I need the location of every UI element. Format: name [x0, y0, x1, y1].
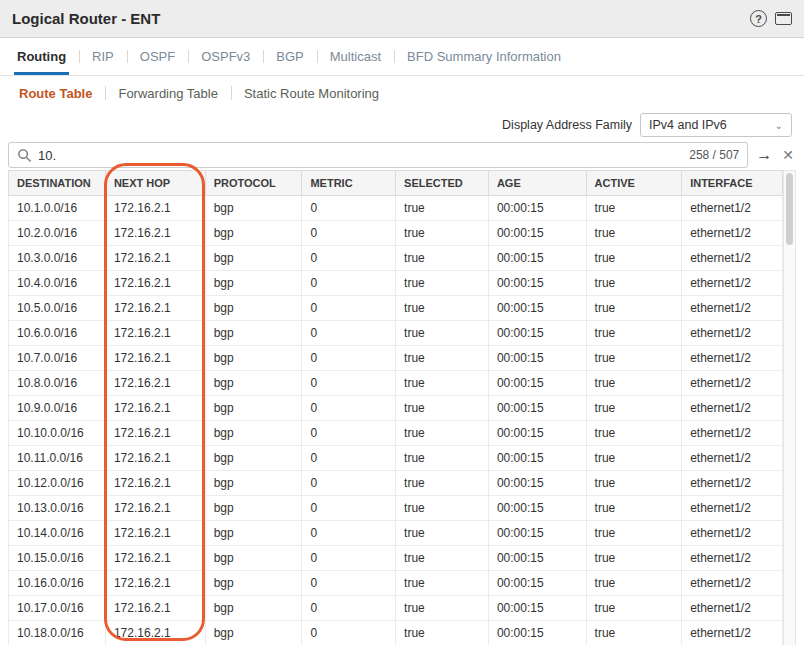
tab-ospfv3[interactable]: OSPFv3: [188, 38, 263, 75]
address-family-select[interactable]: IPv4 and IPv6 ⌄: [640, 113, 792, 137]
table-cell: ethernet1/2: [682, 421, 783, 446]
table-row[interactable]: 10.15.0.0/16172.16.2.1bgp0true00:00:15tr…: [9, 546, 783, 571]
table-cell: 0: [302, 321, 396, 346]
table-cell: 00:00:15: [488, 571, 586, 596]
address-family-value: IPv4 and IPv6: [649, 118, 727, 132]
table-row[interactable]: 10.13.0.0/16172.16.2.1bgp0true00:00:15tr…: [9, 496, 783, 521]
table-cell: 0: [302, 421, 396, 446]
column-header[interactable]: INTERFACE: [682, 171, 783, 196]
table-cell: 10.11.0.0/16: [9, 446, 106, 471]
table-row[interactable]: 10.16.0.0/16172.16.2.1bgp0true00:00:15tr…: [9, 571, 783, 596]
table-cell: true: [396, 296, 489, 321]
table-cell: ethernet1/2: [682, 496, 783, 521]
column-header[interactable]: ACTIVE: [586, 171, 682, 196]
dialog-titlebar: Logical Router - ENT ?: [0, 0, 804, 38]
table-cell: true: [586, 371, 682, 396]
table-cell: 10.7.0.0/16: [9, 346, 106, 371]
table-cell: 10.8.0.0/16: [9, 371, 106, 396]
table-cell: 172.16.2.1: [105, 471, 205, 496]
window-dock-icon[interactable]: [775, 12, 792, 25]
table-cell: ethernet1/2: [682, 396, 783, 421]
table-row[interactable]: 10.6.0.0/16172.16.2.1bgp0true00:00:15tru…: [9, 321, 783, 346]
table-cell: 00:00:15: [488, 546, 586, 571]
table-cell: bgp: [205, 471, 302, 496]
table-row[interactable]: 10.9.0.0/16172.16.2.1bgp0true00:00:15tru…: [9, 396, 783, 421]
table-cell: ethernet1/2: [682, 346, 783, 371]
subtab-static-route-monitoring[interactable]: Static Route Monitoring: [231, 76, 392, 110]
tab-rip[interactable]: RIP: [79, 38, 127, 75]
table-cell: true: [586, 546, 682, 571]
table-cell: bgp: [205, 321, 302, 346]
vertical-scrollbar[interactable]: [783, 170, 796, 645]
table-row[interactable]: 10.14.0.0/16172.16.2.1bgp0true00:00:15tr…: [9, 521, 783, 546]
search-clear-icon[interactable]: ✕: [780, 147, 796, 163]
table-cell: 172.16.2.1: [105, 571, 205, 596]
table-cell: true: [396, 621, 489, 645]
table-cell: bgp: [205, 371, 302, 396]
table-row[interactable]: 10.11.0.0/16172.16.2.1bgp0true00:00:15tr…: [9, 446, 783, 471]
table-row[interactable]: 10.7.0.0/16172.16.2.1bgp0true00:00:15tru…: [9, 346, 783, 371]
help-icon[interactable]: ?: [750, 10, 767, 27]
table-cell: ethernet1/2: [682, 246, 783, 271]
subtab-forwarding-table[interactable]: Forwarding Table: [105, 76, 230, 110]
table-cell: true: [586, 346, 682, 371]
table-row[interactable]: 10.4.0.0/16172.16.2.1bgp0true00:00:15tru…: [9, 271, 783, 296]
table-cell: bgp: [205, 271, 302, 296]
table-cell: bgp: [205, 421, 302, 446]
column-header[interactable]: DESTINATION: [9, 171, 106, 196]
search-input[interactable]: 10. 258 / 507: [8, 142, 748, 168]
column-header[interactable]: SELECTED: [396, 171, 489, 196]
search-row: 10. 258 / 507 → ✕: [8, 142, 796, 168]
column-header[interactable]: METRIC: [302, 171, 396, 196]
tab-multicast[interactable]: Multicast: [317, 38, 394, 75]
scrollbar-thumb[interactable]: [786, 173, 793, 245]
table-row[interactable]: 10.12.0.0/16172.16.2.1bgp0true00:00:15tr…: [9, 471, 783, 496]
table-cell: true: [586, 321, 682, 346]
tab-bgp[interactable]: BGP: [263, 38, 316, 75]
table-cell: true: [586, 571, 682, 596]
column-header[interactable]: PROTOCOL: [205, 171, 302, 196]
table-cell: 0: [302, 496, 396, 521]
table-cell: 0: [302, 571, 396, 596]
column-header[interactable]: NEXT HOP: [105, 171, 205, 196]
table-cell: bgp: [205, 221, 302, 246]
tab-routing[interactable]: Routing: [4, 38, 79, 75]
table-cell: 00:00:15: [488, 271, 586, 296]
table-cell: ethernet1/2: [682, 446, 783, 471]
search-submit-arrow-icon[interactable]: →: [754, 146, 774, 164]
table-row[interactable]: 10.2.0.0/16172.16.2.1bgp0true00:00:15tru…: [9, 221, 783, 246]
table-row[interactable]: 10.3.0.0/16172.16.2.1bgp0true00:00:15tru…: [9, 246, 783, 271]
subtab-route-table[interactable]: Route Table: [6, 76, 105, 110]
table-cell: 00:00:15: [488, 296, 586, 321]
table-cell: 10.13.0.0/16: [9, 496, 106, 521]
table-row[interactable]: 10.18.0.0/16172.16.2.1bgp0true00:00:15tr…: [9, 621, 783, 645]
table-cell: 172.16.2.1: [105, 521, 205, 546]
table-cell: 0: [302, 521, 396, 546]
search-result-count: 258 / 507: [689, 148, 739, 162]
table-row[interactable]: 10.17.0.0/16172.16.2.1bgp0true00:00:15tr…: [9, 596, 783, 621]
table-row[interactable]: 10.5.0.0/16172.16.2.1bgp0true00:00:15tru…: [9, 296, 783, 321]
tab-ospf[interactable]: OSPF: [127, 38, 188, 75]
table-cell: true: [586, 621, 682, 645]
table-cell: bgp: [205, 346, 302, 371]
column-header[interactable]: AGE: [488, 171, 586, 196]
table-row[interactable]: 10.10.0.0/16172.16.2.1bgp0true00:00:15tr…: [9, 421, 783, 446]
table-cell: true: [396, 496, 489, 521]
table-cell: ethernet1/2: [682, 471, 783, 496]
table-cell: 172.16.2.1: [105, 496, 205, 521]
table-cell: 0: [302, 546, 396, 571]
table-cell: 10.9.0.0/16: [9, 396, 106, 421]
table-cell: bgp: [205, 396, 302, 421]
table-row[interactable]: 10.1.0.0/16172.16.2.1bgp0true00:00:15tru…: [9, 196, 783, 221]
controls-row: Display Address Family IPv4 and IPv6 ⌄: [0, 110, 804, 140]
table-cell: true: [396, 246, 489, 271]
table-row[interactable]: 10.8.0.0/16172.16.2.1bgp0true00:00:15tru…: [9, 371, 783, 396]
table-cell: 172.16.2.1: [105, 246, 205, 271]
tab-bfd-summary[interactable]: BFD Summary Information: [394, 38, 574, 75]
table-cell: 00:00:15: [488, 346, 586, 371]
table-cell: 00:00:15: [488, 246, 586, 271]
table-cell: 0: [302, 596, 396, 621]
table-cell: 10.16.0.0/16: [9, 571, 106, 596]
table-cell: ethernet1/2: [682, 321, 783, 346]
table-cell: 10.17.0.0/16: [9, 596, 106, 621]
